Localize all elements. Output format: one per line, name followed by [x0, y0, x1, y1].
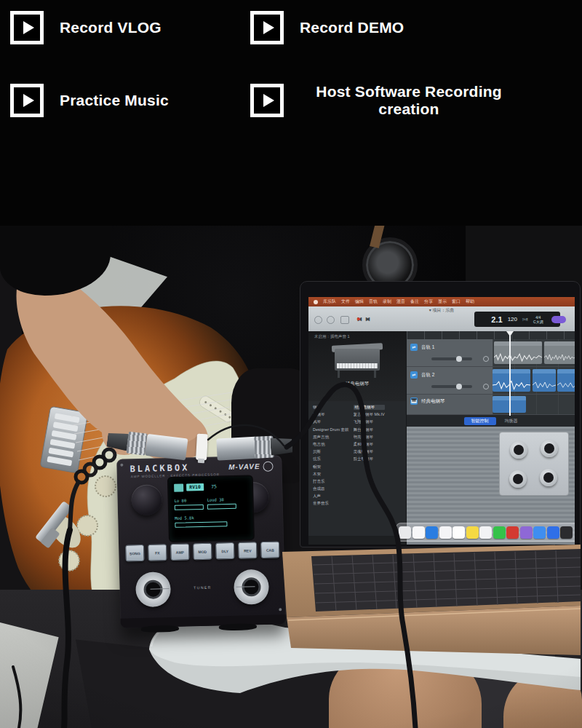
track-row: 🎹 经典电钢琴	[407, 395, 575, 415]
pan-knob	[483, 356, 489, 362]
library-category-item: 电钢琴	[313, 412, 349, 417]
library-patch-item: 舞台电钢琴	[354, 427, 385, 432]
library-category-item: 弦乐	[313, 456, 349, 462]
screw-icon	[120, 464, 123, 467]
display-param-1: Lo 80	[175, 498, 187, 502]
playhead	[509, 331, 511, 416]
display-param-2: Loud 38	[207, 497, 224, 502]
library-category-item: 贝斯	[313, 449, 349, 454]
audio-region	[557, 369, 575, 392]
feature-label: Record DEMO	[300, 19, 404, 36]
library-patch-item: 明亮电钢琴	[354, 435, 385, 440]
dock-app-icon	[479, 526, 492, 539]
library-categories: 钢琴电钢琴风琴Designer Drum 套鼓原声吉他电吉他贝斯弦乐铜管木管打击…	[313, 405, 349, 532]
tab-strip: 智能控制 均衡器	[407, 415, 575, 427]
library-category-item: 钢琴	[313, 405, 349, 410]
cable-boot	[270, 437, 292, 456]
volume-slider	[431, 357, 472, 360]
control-knob	[510, 441, 527, 459]
dock-app-icon	[506, 526, 519, 539]
display-bar	[175, 505, 204, 510]
display-preset-number: 75	[211, 483, 217, 489]
library-category-item: 铜管	[313, 464, 349, 470]
pedal-mode-button: AMP	[170, 543, 190, 561]
track-row: ⇄ 音轨 2	[407, 367, 575, 395]
pedal-brand: BLACKBOX	[129, 462, 189, 474]
library-panel: 未启用：插电声音 1 经典电钢琴 钢琴电钢琴风琴Designer Drum 套鼓…	[308, 331, 407, 545]
library-patch-item: 飞翔电钢琴	[354, 419, 385, 424]
instrument-name: 经典电钢琴	[308, 381, 406, 387]
play-icon	[250, 84, 284, 117]
menubar-item: 库乐队	[323, 298, 336, 305]
track-lane	[493, 339, 575, 366]
menubar-item: 音轨	[369, 298, 378, 305]
feature-label: Host Software Recording creation	[300, 83, 518, 118]
knob-plate	[499, 432, 569, 496]
menubar-item: 录制	[383, 298, 391, 305]
dock-app-icon	[547, 526, 559, 539]
play-icon	[250, 11, 284, 44]
product-photo: BLACKBOX AMP MODELLER · EFFECTS PROCESSO…	[0, 226, 582, 728]
library-patches: 经典电钢琴复古电钢琴 Mk.IV飞翔电钢琴舞台电钢琴明亮电钢琴柔和电钢琴灵魂电钢…	[354, 405, 385, 532]
usb-plug	[196, 434, 208, 461]
audio-region	[493, 369, 530, 392]
menubar-item: 编辑	[355, 298, 364, 305]
lcd-display: 2.1 120 拍速 4/4C大调	[474, 312, 560, 327]
display-preset: RV10	[186, 483, 204, 491]
dock-app-icon	[560, 526, 573, 539]
pedal-maker-logo-icon	[263, 462, 273, 472]
track-lane	[493, 395, 575, 414]
audio-region	[533, 369, 556, 392]
track-name: 音轨 1	[421, 344, 434, 351]
track-name: 经典电钢琴	[421, 398, 445, 405]
tracks-panel: ⇄ 音轨 1	[407, 331, 575, 545]
pedal-maker-logo-text: M-VAVE	[228, 462, 260, 471]
dock-app-icon	[520, 526, 533, 539]
menubar-item: 混音	[396, 298, 405, 305]
instrument-card: 未启用：插电声音 1 经典电钢琴	[308, 331, 406, 401]
pedal-button-row: SONGFXAMPMODDLYREVCAB	[125, 541, 277, 561]
pan-knob	[483, 384, 489, 389]
pedal-mode-button: FX	[148, 544, 167, 561]
page: Record VLOG Record DEMO Practice Music H…	[0, 0, 582, 728]
pedal-mode-button: DLY	[215, 542, 235, 560]
laptop: 库乐队文件编辑音轨录制混音备注分享显示窗口帮助 ▾ 项目：乐曲 ◄◄►►►● 2…	[300, 281, 581, 547]
play-icon	[10, 11, 44, 44]
control-knob	[541, 440, 558, 457]
pedal-mode-button: REV	[238, 542, 258, 559]
control-knob	[540, 469, 557, 486]
play-icon	[10, 84, 44, 117]
display-bar	[207, 504, 236, 510]
library-category-item: 电吉他	[313, 442, 349, 447]
library-category-item: 打击乐	[313, 479, 349, 484]
play-triangle-icon	[263, 94, 274, 107]
menubar-item: 窗口	[452, 298, 461, 305]
feature-item: Record VLOG	[10, 9, 250, 47]
library-category-item: 风琴	[313, 419, 349, 424]
feature-item: Host Software Recording creation	[250, 82, 582, 119]
track-lane	[493, 367, 575, 394]
track-header: 🎹 经典电钢琴	[407, 395, 493, 414]
library-category-item: 原声吉他	[313, 435, 349, 440]
audio-region	[494, 341, 542, 364]
library-list: 钢琴电钢琴风琴Designer Drum 套鼓原声吉他电吉他贝斯弦乐铜管木管打击…	[308, 401, 406, 536]
menubar-item: 显示	[438, 298, 447, 305]
dock-app-icon	[466, 526, 479, 539]
play-triangle-icon	[23, 94, 34, 107]
macos-menubar: 库乐队文件编辑音轨录制混音备注分享显示窗口帮助	[308, 297, 575, 306]
laptop-base	[276, 539, 582, 677]
record-icon: ●	[356, 315, 362, 323]
control-knob	[509, 470, 527, 488]
pedal-knob-left	[131, 484, 162, 515]
menubar-item: 文件	[341, 298, 350, 305]
display-param-3: Mod 5.8k	[175, 515, 194, 521]
track-io-icon: 🎹	[410, 397, 418, 405]
menubar-item: 分享	[424, 298, 433, 305]
dock-app-icon	[453, 526, 465, 539]
dock-app-icon	[493, 526, 506, 539]
menubar-item: 帮助	[466, 298, 474, 305]
editor-toggle-icon	[340, 316, 349, 324]
track-name: 音轨 2	[421, 372, 434, 379]
library-patch-item: 复古电钢琴 Mk.IV	[354, 412, 385, 417]
track-io-icon: ⇄	[410, 371, 418, 379]
